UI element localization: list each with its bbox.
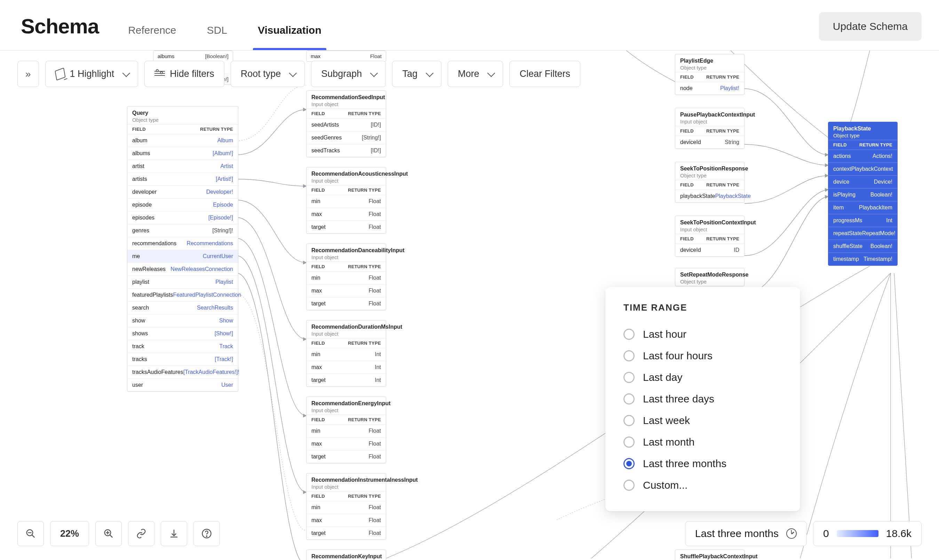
zoom-percent[interactable]: 22% — [50, 521, 89, 546]
table-row[interactable]: isPlayingBoolean! — [828, 188, 897, 201]
node-recommendation-acousticness[interactable]: RecommendationAcousticnessInputInput obj… — [306, 167, 386, 234]
node-recommendation-instrumentalness[interactable]: RecommendationInstrumentalnessInputInput… — [306, 473, 386, 540]
clear-filters-button[interactable]: Clear Filters — [510, 61, 580, 87]
tag-label: Tag — [402, 69, 417, 79]
node-fragment-float[interactable]: maxFloat — [306, 51, 386, 62]
time-range-option[interactable]: Last four hours — [623, 345, 782, 367]
more-dropdown[interactable]: More — [448, 61, 503, 87]
table-row[interactable]: playbackStatePlaybackState — [675, 189, 744, 202]
table-row[interactable]: newReleasesNewReleasesConnection — [127, 263, 238, 275]
table-row[interactable]: artistArtist — [127, 160, 238, 172]
table-row[interactable]: searchSearchResults — [127, 301, 238, 314]
table-row[interactable]: seedTracks[ID!] — [306, 144, 386, 157]
time-range-option[interactable]: Last three days — [623, 388, 782, 410]
highlight-dropdown[interactable]: 1 Highlight — [45, 61, 139, 87]
node-recommendation-danceability[interactable]: RecommendationDanceabilityInputInput obj… — [306, 243, 386, 310]
table-row[interactable]: maxFloat — [306, 284, 386, 297]
table-row[interactable]: minFloat — [306, 425, 386, 437]
time-range-option[interactable]: Last day — [623, 367, 782, 388]
time-range-button[interactable]: Last three months — [685, 521, 807, 546]
time-range-option[interactable]: Last week — [623, 410, 782, 431]
root-type-dropdown[interactable]: Root type — [231, 61, 305, 87]
subgraph-dropdown[interactable]: Subgraph — [311, 61, 386, 87]
table-row[interactable]: shuffleStateBoolean! — [828, 240, 897, 252]
table-row[interactable]: maxFloat — [306, 208, 386, 220]
table-row[interactable]: repeatStateRepeatMode! — [828, 227, 897, 240]
table-row[interactable]: featuredPlaylistsFeaturedPlaylistConnect… — [127, 288, 238, 301]
table-row[interactable]: itemPlaybackItem — [828, 201, 897, 214]
node-playlist-edge[interactable]: PlaylistEdgeObject typeFIELDRETURN TYPEn… — [675, 54, 745, 95]
node-recommendation-duration[interactable]: RecommendationDurationMsInputInput objec… — [306, 320, 386, 387]
table-row[interactable]: actionsActions! — [828, 149, 897, 162]
node-shuffle-playback-context[interactable]: ShufflePlaybackContextInputInput object — [675, 549, 745, 560]
node-recommendation-key[interactable]: RecommendationKeyInput — [306, 549, 386, 560]
table-row[interactable]: tracksAudioFeatures[TrackAudioFeatures!]… — [127, 366, 238, 378]
update-schema-button[interactable]: Update Schema — [819, 12, 922, 41]
tag-dropdown[interactable]: Tag — [392, 61, 442, 87]
table-row[interactable]: targetFloat — [306, 527, 386, 540]
time-range-option[interactable]: Last three months — [623, 453, 782, 474]
table-row[interactable]: playlistPlaylist — [127, 275, 238, 288]
table-row[interactable]: tracks[Track!] — [127, 353, 238, 366]
node-query[interactable]: QueryObject typeFIELDRETURN TYPEalbumAlb… — [127, 106, 238, 392]
table-row[interactable]: deviceDevice! — [828, 175, 897, 188]
table-row[interactable]: deviceIdID — [675, 243, 744, 256]
table-row[interactable]: seedGenres[String!] — [306, 131, 386, 144]
table-row[interactable]: minInt — [306, 348, 386, 361]
node-pause-playback-context[interactable]: PausePlaybackContextInputInput objectFIE… — [675, 108, 745, 149]
table-row[interactable]: episodes[Episode!] — [127, 211, 238, 224]
table-row[interactable]: episodeEpisode — [127, 198, 238, 211]
table-row[interactable]: targetFloat — [306, 220, 386, 233]
table-row[interactable]: seedArtists[ID!] — [306, 118, 386, 131]
table-row[interactable]: timestampTimestamp! — [828, 252, 897, 265]
node-set-repeat-mode-response[interactable]: SetRepeatModeResponseObject type — [675, 268, 745, 286]
help-button[interactable] — [194, 521, 220, 546]
table-row[interactable]: shows[Show!] — [127, 327, 238, 340]
table-row[interactable]: minFloat — [306, 195, 386, 208]
table-row[interactable]: meCurrentUser — [127, 250, 238, 263]
share-link-button[interactable] — [128, 521, 154, 546]
table-row[interactable]: genres[String!]! — [127, 224, 238, 237]
hide-filters-button[interactable]: Hide filters — [145, 61, 225, 87]
table-row[interactable]: maxFloat — [306, 437, 386, 450]
zoom-in-button[interactable] — [95, 521, 122, 546]
tab-visualization[interactable]: Visualization — [256, 25, 323, 50]
table-row[interactable]: targetInt — [306, 374, 386, 386]
expand-sidebar-button[interactable] — [17, 61, 39, 87]
table-row[interactable]: albumAlbum — [127, 134, 238, 147]
table-row[interactable]: minFloat — [306, 271, 386, 284]
visualization-canvas[interactable]: albums[Boolean!] tracks[Boolean!] maxFlo… — [0, 51, 939, 560]
table-row[interactable]: userUser — [127, 378, 238, 391]
table-row[interactable]: targetFloat — [306, 297, 386, 310]
table-row[interactable]: trackTrack — [127, 340, 238, 353]
table-row[interactable]: albums[Boolean!] — [154, 51, 233, 61]
time-range-option[interactable]: Custom... — [623, 474, 782, 496]
time-range-option[interactable]: Last month — [623, 431, 782, 453]
table-row[interactable]: deviceIdString — [675, 135, 744, 149]
table-row[interactable]: maxInt — [306, 361, 386, 374]
node-seek-to-position-context[interactable]: SeekToPositionContextInputInput objectFI… — [675, 215, 745, 257]
node-playback-state[interactable]: PlaybackStateObject typeFIELDRETURN TYPE… — [828, 122, 897, 266]
table-row[interactable]: showShow — [127, 314, 238, 327]
table-row[interactable]: artists[Artist!] — [127, 172, 238, 185]
node-recommendation-energy[interactable]: RecommendationEnergyInputInput objectFIE… — [306, 397, 386, 463]
table-row[interactable]: albums[Album!] — [127, 147, 238, 160]
node-recommendation-seed[interactable]: RecommendationSeedInputInput objectFIELD… — [306, 91, 386, 157]
download-icon — [169, 528, 179, 539]
download-button[interactable] — [161, 521, 187, 546]
table-row[interactable]: maxFloat — [306, 51, 386, 61]
clock-icon — [786, 528, 797, 539]
zoom-out-button[interactable] — [17, 521, 44, 546]
table-row[interactable]: nodePlaylist! — [675, 82, 744, 95]
table-row[interactable]: developerDeveloper! — [127, 185, 238, 198]
tab-sdl[interactable]: SDL — [206, 25, 229, 50]
table-row[interactable]: targetFloat — [306, 450, 386, 463]
table-row[interactable]: progressMsInt — [828, 214, 897, 227]
tab-reference[interactable]: Reference — [127, 25, 177, 50]
node-seek-to-position-response[interactable]: SeekToPositionResponseObject typeFIELDRE… — [675, 162, 745, 203]
table-row[interactable]: minFloat — [306, 501, 386, 514]
table-row[interactable]: maxFloat — [306, 514, 386, 527]
time-range-option[interactable]: Last hour — [623, 323, 782, 345]
table-row[interactable]: contextPlaybackContext — [828, 162, 897, 175]
table-row[interactable]: recommendationsRecommendations — [127, 237, 238, 250]
